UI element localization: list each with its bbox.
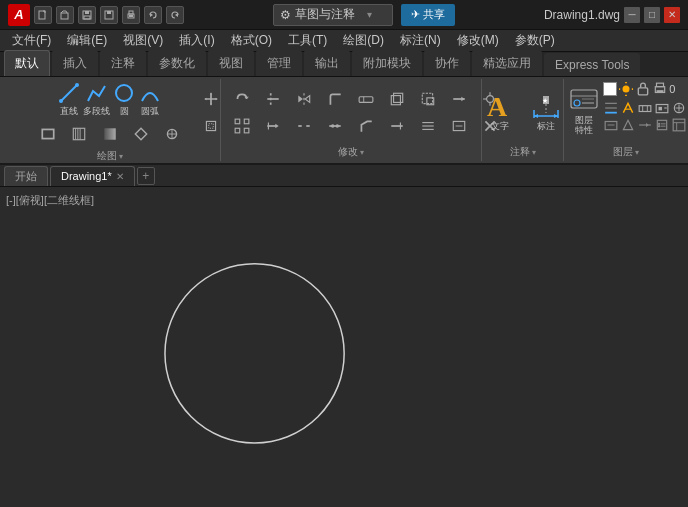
- tab-addons[interactable]: 附加模块: [352, 50, 422, 76]
- doc-tab-close-icon[interactable]: ✕: [116, 171, 124, 182]
- modify-group-label[interactable]: 修改 ▾: [338, 143, 364, 159]
- tab-insert[interactable]: 插入: [52, 50, 98, 76]
- layer-icon9[interactable]: [637, 117, 653, 133]
- doc-tab-start[interactable]: 开始: [4, 166, 48, 186]
- doc-tabs: 开始 Drawing1* ✕ +: [0, 165, 688, 187]
- tool-erase[interactable]: [351, 86, 381, 112]
- tab-output[interactable]: 输出: [304, 50, 350, 76]
- tab-annotation[interactable]: 注释: [100, 50, 146, 76]
- svg-rect-9: [129, 15, 133, 17]
- layer-icon10[interactable]: [654, 117, 670, 133]
- doc-tab-drawing1[interactable]: Drawing1* ✕: [50, 166, 135, 186]
- close-button[interactable]: ✕: [664, 7, 680, 23]
- title-bar: A ⚙ 草图与注释 ▾ ✈ 共享: [0, 0, 688, 30]
- tool-rect[interactable]: [33, 121, 63, 147]
- tool-polyline[interactable]: 多段线: [83, 81, 110, 118]
- menu-file[interactable]: 文件(F): [4, 30, 59, 51]
- tool-text[interactable]: A 文字: [478, 81, 522, 139]
- tool-copy[interactable]: [382, 86, 412, 112]
- save-icon[interactable]: [78, 6, 96, 24]
- drawing-area[interactable]: [-][俯视][二维线框]: [0, 187, 688, 507]
- doc-tab-add-button[interactable]: +: [137, 167, 155, 185]
- redo-icon[interactable]: [166, 6, 184, 24]
- tool-array[interactable]: [227, 113, 257, 139]
- tool-dimension[interactable]: ★ 标注: [524, 81, 568, 139]
- tab-manage[interactable]: 管理: [256, 50, 302, 76]
- menu-edit[interactable]: 编辑(E): [59, 30, 115, 51]
- layer-icon8[interactable]: [620, 117, 636, 133]
- menu-format[interactable]: 格式(O): [223, 30, 280, 51]
- tool-boundary[interactable]: [126, 121, 156, 147]
- layer-icon7[interactable]: [603, 117, 619, 133]
- layer-lock-icon[interactable]: [635, 81, 651, 97]
- menu-params[interactable]: 参数(P): [507, 30, 563, 51]
- tab-collaborate[interactable]: 协作: [424, 50, 470, 76]
- ribbon: 直线 多段线 圆 圆弧: [0, 77, 688, 165]
- tool-chamfer[interactable]: [351, 113, 381, 139]
- print-icon[interactable]: [122, 6, 140, 24]
- minimize-button[interactable]: ─: [624, 7, 640, 23]
- layer-print-icon[interactable]: [652, 81, 668, 97]
- menu-dimension[interactable]: 标注(N): [392, 30, 449, 51]
- tool-offset[interactable]: [196, 113, 226, 139]
- tool-pedit[interactable]: [444, 113, 474, 139]
- svg-point-115: [658, 123, 660, 125]
- undo-icon[interactable]: [144, 6, 162, 24]
- draw-group-label[interactable]: 绘图 ▾: [97, 147, 123, 163]
- tab-express-tools[interactable]: Express Tools: [544, 53, 640, 76]
- tool-stretch[interactable]: [444, 86, 474, 112]
- svg-rect-1: [61, 13, 68, 19]
- new-file-icon[interactable]: [34, 6, 52, 24]
- tool-fillet[interactable]: [320, 86, 350, 112]
- tool-lengthen[interactable]: [382, 113, 412, 139]
- saveas-icon[interactable]: [100, 6, 118, 24]
- tool-move[interactable]: [196, 86, 226, 112]
- tool-join[interactable]: [320, 113, 350, 139]
- menu-insert[interactable]: 插入(I): [171, 30, 222, 51]
- annotation-group-label[interactable]: 注释 ▾: [510, 143, 536, 159]
- tool-mirror[interactable]: [289, 86, 319, 112]
- tool-circle[interactable]: 圆: [112, 81, 136, 118]
- layer-icon2[interactable]: [620, 100, 636, 116]
- open-file-icon[interactable]: [56, 6, 74, 24]
- annotation-tools: A 文字 ★ 标注: [478, 81, 568, 143]
- tool-trim[interactable]: [258, 86, 288, 112]
- tool-align[interactable]: [413, 113, 443, 139]
- maximize-button[interactable]: □: [644, 7, 660, 23]
- layer-icon11[interactable]: [671, 117, 687, 133]
- tab-default[interactable]: 默认: [4, 50, 50, 76]
- tool-arc[interactable]: 圆弧: [138, 81, 162, 118]
- layer-icon3[interactable]: [637, 100, 653, 116]
- tab-featured[interactable]: 精选应用: [472, 50, 542, 76]
- tab-parametric[interactable]: 参数化: [148, 50, 206, 76]
- layer-color-swatch[interactable]: [603, 82, 617, 96]
- share-button[interactable]: ✈ 共享: [401, 4, 455, 26]
- tool-text-label: 文字: [491, 120, 509, 133]
- tool-hatch[interactable]: [64, 121, 94, 147]
- share-icon: ✈: [411, 8, 420, 21]
- layers-group-label[interactable]: 图层 ▾: [613, 143, 639, 159]
- menu-modify[interactable]: 修改(M): [449, 30, 507, 51]
- tool-line[interactable]: 直线: [57, 81, 81, 118]
- menu-draw[interactable]: 绘图(D): [335, 30, 392, 51]
- layer-icon5[interactable]: [671, 100, 687, 116]
- svg-rect-103: [659, 107, 663, 111]
- tool-line-label: 直线: [60, 105, 78, 118]
- tool-gradient[interactable]: [95, 121, 125, 147]
- menu-tools[interactable]: 工具(T): [280, 30, 335, 51]
- tool-scale[interactable]: [413, 86, 443, 112]
- layer-sun-icon[interactable]: [618, 81, 634, 97]
- tab-view[interactable]: 视图: [208, 50, 254, 76]
- draw-tools: 直线 多段线 圆 圆弧: [4, 81, 216, 147]
- ribbon-group-draw: 直线 多段线 圆 圆弧: [0, 79, 221, 161]
- tool-region[interactable]: [157, 121, 187, 147]
- tool-extend[interactable]: [258, 113, 288, 139]
- workflow-dropdown[interactable]: ⚙ 草图与注释 ▾: [273, 4, 393, 26]
- tool-rotate[interactable]: [227, 86, 257, 112]
- tool-layer-properties[interactable]: 图层特性: [568, 81, 600, 139]
- modify-row2: [196, 113, 505, 139]
- menu-view[interactable]: 视图(V): [115, 30, 171, 51]
- layer-icon1[interactable]: [603, 100, 619, 116]
- layer-icon4[interactable]: [654, 100, 670, 116]
- tool-break[interactable]: [289, 113, 319, 139]
